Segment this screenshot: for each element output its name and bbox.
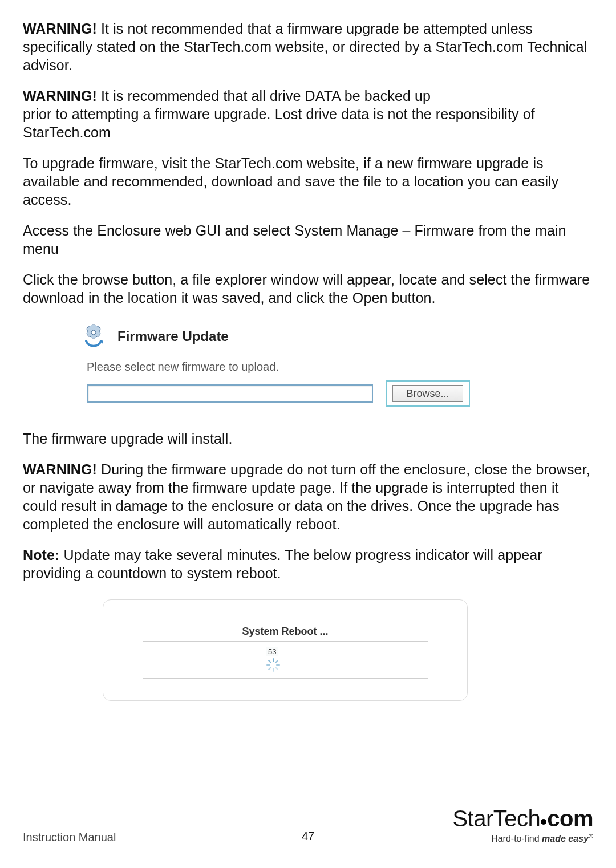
tagline-em: made easy [542,834,589,843]
warning-1-text: It is not recommended that a firmware up… [23,21,587,73]
manual-page: WARNING! It is not recommended that a fi… [0,0,616,868]
reboot-progress-area: 53 [143,642,428,678]
note-text: Update may take several minutes. The bel… [23,547,542,581]
svg-point-0 [91,330,96,335]
warning-2-label: WARNING! [23,88,97,104]
paragraph-install: The firmware upgrade will install. [23,429,593,448]
warning-3-label: WARNING! [23,461,97,477]
logo-text-suffix: com [547,806,593,832]
footer-left-text: Instruction Manual [23,831,116,844]
note-paragraph: Note: Update may take several minutes. T… [23,546,593,582]
reboot-countdown: 53 [266,647,278,656]
warning-2-line2: prior to attempting a firmware upgrade. … [23,106,535,140]
firmware-input-row: Browse... [87,380,491,407]
firmware-update-header: Firmware Update [80,323,491,350]
warning-2-line1: It is recommended that all drive DATA be… [97,88,431,104]
firmware-select-label: Please select new firmware to upload. [87,360,491,374]
logo-text-main: StarTech [452,806,540,832]
warning-3-text: During the firmware upgrade do not turn … [23,461,590,532]
paragraph-click-browse: Click the browse button, a file explorer… [23,270,593,307]
warning-2: WARNING! It is recommended that all driv… [23,87,593,141]
loading-spinner-icon [266,658,281,672]
system-reboot-figure: System Reboot ... 53 [103,599,468,701]
browse-highlight: Browse... [386,380,470,407]
warning-1: WARNING! It is not recommended that a fi… [23,19,593,74]
svg-line-8 [275,660,278,663]
brand-tagline: Hard-to-find made easy® [452,833,593,844]
brand-block: StarTechcom Hard-to-find made easy® [452,806,593,844]
svg-line-7 [269,667,271,670]
svg-line-6 [275,667,278,670]
warning-3: WARNING! During the firmware upgrade do … [23,460,593,533]
warning-1-label: WARNING! [23,21,97,36]
logo-dot-icon [541,819,546,825]
page-footer: Instruction Manual StarTechcom Hard-to-f… [23,806,593,844]
paragraph-access-gui: Access the Enclosure web GUI and select … [23,221,593,258]
tagline-prefix: Hard-to-find [491,834,542,843]
note-label: Note: [23,547,59,563]
divider [143,623,428,623]
system-reboot-title: System Reboot ... [143,626,428,638]
divider [143,678,428,679]
gear-refresh-icon [80,323,107,350]
firmware-path-input[interactable] [87,384,373,403]
paragraph-upgrade-download: To upgrade firmware, visit the StarTech.… [23,154,593,209]
firmware-update-figure: Firmware Update Please select new firmwa… [80,323,491,407]
registered-mark: ® [589,833,593,839]
firmware-update-title: Firmware Update [117,328,229,344]
page-number: 47 [302,830,314,843]
svg-line-5 [269,660,271,663]
startech-logo: StarTechcom [452,806,593,832]
browse-button[interactable]: Browse... [392,385,463,402]
